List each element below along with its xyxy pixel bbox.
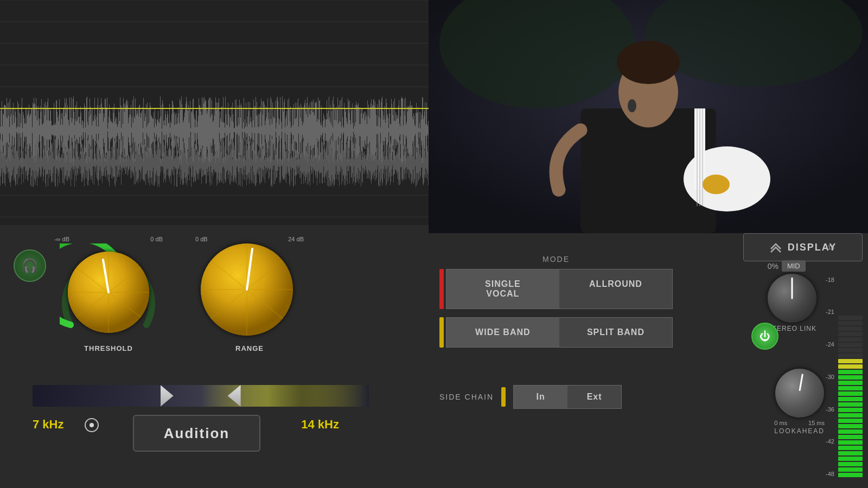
headphone-button[interactable]: 🎧 <box>14 249 46 282</box>
meter-label-30: -30 <box>826 374 834 380</box>
power-button[interactable]: ⏻ <box>751 323 778 350</box>
lookahead-range: 0 ms 15 ms <box>774 420 825 426</box>
range-min: 0 dB <box>195 236 208 242</box>
meter-segment <box>838 457 863 461</box>
controls-panel: 🎧 -∞ dB 0 dB <box>0 225 429 488</box>
meter-segment <box>838 440 863 445</box>
mouse-cursor <box>84 418 99 433</box>
meter-segment <box>838 348 863 352</box>
audition-button[interactable]: Audition <box>133 415 260 452</box>
meter-segment <box>838 359 863 363</box>
range-knob-container: 0 dB 24 dB <box>195 236 304 352</box>
meter-segment <box>838 446 863 450</box>
video-scene <box>429 0 868 233</box>
mode-section: MODE SINGLEVOCAL ALLROUND <box>439 255 673 313</box>
meter-label-36: -36 <box>826 406 834 413</box>
svg-point-35 <box>85 419 98 432</box>
side-chain-section: SIDE CHAIN In Ext <box>439 385 622 413</box>
threshold-min: -∞ dB <box>54 236 69 242</box>
freq-slider-track[interactable] <box>33 385 369 407</box>
audition-label: Audition <box>164 425 229 442</box>
freq-label-right: 14 kHz <box>301 418 339 432</box>
meter-segment <box>838 408 863 412</box>
meter-segment <box>838 397 863 401</box>
lookahead-label: LOOKAHEAD <box>774 427 825 435</box>
freq-label-left: 7 kHz <box>33 418 63 432</box>
meter-segment <box>838 316 863 320</box>
meter-segment <box>838 391 863 396</box>
meter-segment <box>838 473 863 477</box>
video-area <box>429 0 868 233</box>
frequency-slider[interactable] <box>33 385 369 412</box>
meter-segment <box>838 321 863 325</box>
lookahead-area: 0 ms 15 ms LOOKAHEAD <box>774 369 825 435</box>
mode-active-indicator <box>439 269 444 309</box>
meter-label-48: -48 <box>826 471 834 477</box>
video-placeholder <box>429 0 868 233</box>
side-chain-btn-group: In Ext <box>513 385 622 409</box>
side-chain-in-btn[interactable]: In <box>514 386 567 408</box>
threshold-line <box>0 108 429 109</box>
chevrons-up-icon <box>769 242 782 253</box>
side-chain-ext-btn[interactable]: Ext <box>567 386 621 408</box>
threshold-knob-container: -∞ dB 0 dB <box>54 236 163 352</box>
meter-label-42: -42 <box>826 438 834 445</box>
meter-segment <box>838 451 863 455</box>
meter-segment <box>838 370 863 374</box>
single-vocal-btn[interactable]: SINGLEVOCAL <box>446 269 559 309</box>
meter-segment <box>838 424 863 428</box>
range-knob-wrapper[interactable] <box>201 243 298 341</box>
threshold-knob-wrapper[interactable] <box>60 243 157 341</box>
meter-label-24: -24 <box>826 341 834 348</box>
lookahead-indicator <box>799 374 803 391</box>
meter-bar <box>838 244 863 477</box>
wide-band-btn[interactable]: WIDE BAND <box>446 318 559 347</box>
lookahead-max: 15 ms <box>808 420 825 426</box>
range-knob-pattern <box>201 243 293 336</box>
split-band-btn[interactable]: SPLIT BAND <box>559 318 672 347</box>
meter-segment <box>838 462 863 466</box>
stereo-link-pct: 0% <box>768 262 778 271</box>
band-active-indicator <box>439 317 444 348</box>
band-btn-row: WIDE BAND SPLIT BAND <box>439 317 673 348</box>
meter-segment <box>838 326 863 331</box>
stereo-link-knob-indicator <box>768 274 816 323</box>
range-label: RANGE <box>235 344 264 352</box>
mode-btn-row: SINGLEVOCAL ALLROUND <box>439 269 673 309</box>
stereo-link-knob[interactable] <box>768 274 816 323</box>
range-knob[interactable] <box>201 243 293 336</box>
threshold-max: 0 dB <box>150 236 163 242</box>
meter-segment <box>838 467 863 472</box>
lookahead-knob[interactable] <box>775 369 824 418</box>
meter-segment <box>838 364 863 369</box>
power-icon: ⏻ <box>760 330 770 343</box>
meter-segment <box>838 419 863 423</box>
meter-segment <box>838 429 863 434</box>
mode-label: MODE <box>439 255 673 264</box>
range-max: 24 dB <box>288 236 304 242</box>
side-chain-row: SIDE CHAIN In Ext <box>439 385 622 409</box>
side-chain-indicator <box>501 387 506 407</box>
meter-segment <box>838 343 863 347</box>
meter-segment <box>838 354 863 358</box>
meter-segment <box>838 337 863 342</box>
range-range: 0 dB 24 dB <box>195 236 304 242</box>
threshold-knob[interactable] <box>68 252 149 333</box>
meter-label-18: -18 <box>826 277 834 283</box>
waveform-area <box>0 0 429 228</box>
meter-segment <box>838 413 863 418</box>
threshold-label: THRESHOLD <box>84 344 133 352</box>
headphone-icon: 🎧 <box>22 258 38 273</box>
svg-point-12 <box>703 175 730 194</box>
band-section: WIDE BAND SPLIT BAND <box>439 317 673 352</box>
mode-btn-group: SINGLEVOCAL ALLROUND <box>446 269 673 309</box>
band-btn-group: WIDE BAND SPLIT BAND <box>446 317 673 348</box>
svg-point-36 <box>90 423 94 427</box>
meter-label-15: -15 <box>826 244 834 251</box>
meter-labels: -15 -18 -21 -24 -30 -36 -42 -48 <box>826 244 834 477</box>
threshold-knob-pattern <box>68 252 149 333</box>
allround-btn[interactable]: ALLROUND <box>559 269 672 309</box>
meter-segment <box>838 332 863 336</box>
lookahead-min: 0 ms <box>774 420 787 426</box>
right-panel: DISPLAY MODE SINGLEVOCAL ALLROUND WIDE B… <box>429 233 868 488</box>
